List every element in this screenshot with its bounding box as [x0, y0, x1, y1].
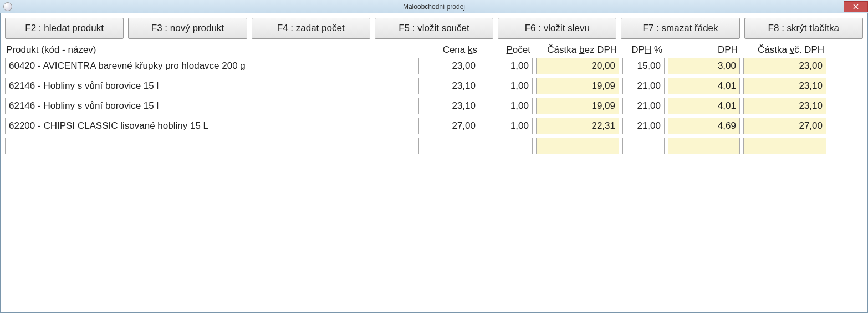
- f7-delete-row-button[interactable]: F7 : smazat řádek: [621, 18, 739, 39]
- vat-percent-input[interactable]: [622, 78, 665, 94]
- vat-percent-input[interactable]: [622, 138, 665, 154]
- price-per-unit-input[interactable]: [418, 138, 479, 154]
- amount-without-vat-input[interactable]: [536, 98, 619, 114]
- app-icon: [3, 2, 12, 11]
- header-castka-vc-dph: Částka vč. DPH: [743, 44, 826, 55]
- header-pocet: Počet: [483, 44, 533, 55]
- table-row: [5, 58, 863, 74]
- price-per-unit-input[interactable]: [418, 98, 479, 114]
- rows-container: [5, 58, 863, 154]
- amount-without-vat-input[interactable]: [536, 138, 619, 154]
- client-area: F2 : hledat produkt F3 : nový produkt F4…: [0, 13, 868, 313]
- product-input[interactable]: [5, 58, 415, 74]
- header-dph-pct: DPH %: [622, 44, 665, 55]
- close-button[interactable]: [844, 1, 868, 12]
- vat-amount-input[interactable]: [668, 58, 740, 74]
- toolbar: F2 : hledat produkt F3 : nový produkt F4…: [5, 18, 863, 39]
- price-per-unit-input[interactable]: [418, 58, 479, 74]
- column-headers: Produkt (kód - název) Cena ks Počet Část…: [5, 44, 863, 55]
- amount-with-vat-input[interactable]: [743, 78, 826, 94]
- vat-percent-input[interactable]: [622, 98, 665, 114]
- vat-percent-input[interactable]: [622, 58, 665, 74]
- f4-enter-count-button[interactable]: F4 : zadat počet: [252, 18, 370, 39]
- product-input[interactable]: [5, 98, 415, 114]
- vat-amount-input[interactable]: [668, 138, 740, 154]
- header-dph: DPH: [668, 44, 740, 55]
- close-icon: [853, 4, 859, 9]
- f5-insert-sum-button[interactable]: F5 : vložit součet: [375, 18, 493, 39]
- table-row: [5, 138, 863, 154]
- count-input[interactable]: [483, 118, 533, 134]
- amount-without-vat-input[interactable]: [536, 58, 619, 74]
- titlebar: Maloobchodní prodej: [0, 0, 868, 13]
- count-input[interactable]: [483, 98, 533, 114]
- vat-amount-input[interactable]: [668, 98, 740, 114]
- f6-insert-discount-button[interactable]: F6 : vložit slevu: [498, 18, 616, 39]
- header-castka-bez-dph: Částka bez DPH: [536, 44, 619, 55]
- header-cena-ks: Cena ks: [418, 44, 479, 55]
- window-title: Maloobchodní prodej: [0, 3, 868, 11]
- table-row: [5, 118, 863, 134]
- amount-with-vat-input[interactable]: [743, 118, 826, 134]
- table-row: [5, 78, 863, 94]
- product-input[interactable]: [5, 78, 415, 94]
- product-input[interactable]: [5, 118, 415, 134]
- f3-new-product-button[interactable]: F3 : nový produkt: [128, 18, 247, 39]
- count-input[interactable]: [483, 78, 533, 94]
- amount-with-vat-input[interactable]: [743, 98, 826, 114]
- price-per-unit-input[interactable]: [418, 118, 479, 134]
- vat-amount-input[interactable]: [668, 118, 740, 134]
- table-row: [5, 98, 863, 114]
- f8-hide-buttons-button[interactable]: F8 : skrýt tlačítka: [744, 18, 863, 39]
- amount-without-vat-input[interactable]: [536, 78, 619, 94]
- amount-with-vat-input[interactable]: [743, 138, 826, 154]
- header-product: Produkt (kód - název): [5, 44, 415, 55]
- price-per-unit-input[interactable]: [418, 78, 479, 94]
- product-input[interactable]: [5, 138, 415, 154]
- amount-with-vat-input[interactable]: [743, 58, 826, 74]
- count-input[interactable]: [483, 58, 533, 74]
- count-input[interactable]: [483, 138, 533, 154]
- vat-percent-input[interactable]: [622, 118, 665, 134]
- vat-amount-input[interactable]: [668, 78, 740, 94]
- amount-without-vat-input[interactable]: [536, 118, 619, 134]
- f2-search-product-button[interactable]: F2 : hledat produkt: [5, 18, 124, 39]
